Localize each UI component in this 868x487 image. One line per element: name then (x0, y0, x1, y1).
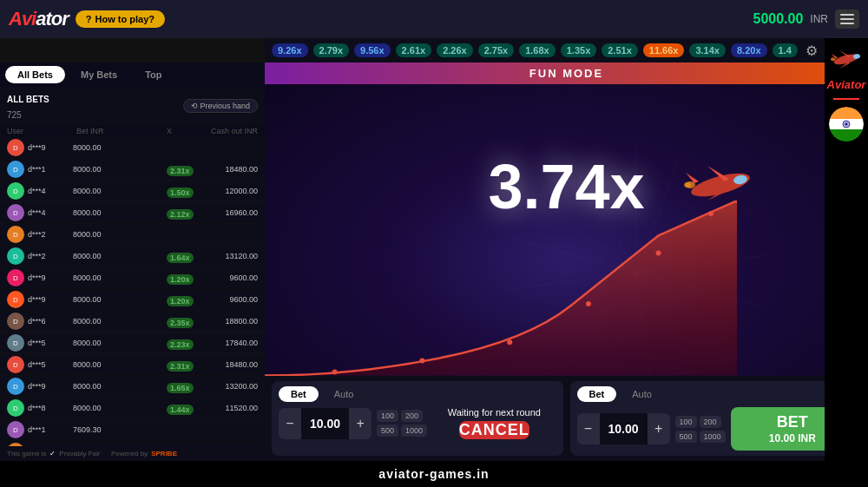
mult-badge[interactable]: 2.26x (437, 43, 473, 57)
table-row: D d***5 8000.00 2.31x 18480.00 (0, 354, 265, 376)
cashout-amount: 18480.00 (201, 360, 258, 369)
right-auto-tab[interactable]: Auto (620, 386, 664, 402)
avatar: D (7, 204, 24, 221)
table-row: D d***2 8000.00 (0, 224, 265, 246)
india-flag-circle (829, 107, 864, 141)
avatar: D (7, 161, 24, 178)
cancel-button[interactable]: CANCEL (459, 421, 529, 439)
left-decrease-button[interactable]: − (279, 408, 301, 439)
tab-top[interactable]: Top (133, 66, 174, 83)
table-row: D d***2 8000.00 1.64x 13120.00 (0, 246, 265, 267)
bet-amount: 8000.00 (73, 230, 167, 239)
all-bets-count: 725 (7, 110, 22, 120)
bet-amount: 8000.00 (73, 208, 167, 217)
svg-point-22 (684, 182, 691, 188)
logo: Aviator (9, 8, 69, 30)
brand-aviator-text: Aviator (827, 78, 866, 91)
footer-text: aviator-games.in (378, 467, 489, 481)
mult-badge[interactable]: 1.4 (773, 43, 798, 57)
cashout-amount: 17840.00 (201, 339, 258, 347)
user-name: d***9 (28, 295, 73, 304)
svg-point-23 (332, 370, 338, 375)
user-name: d***6 (28, 317, 73, 326)
user-name: d***1 (28, 165, 73, 174)
how-to-play-button[interactable]: ? How to play? (76, 10, 165, 28)
tab-my-bets[interactable]: My Bets (69, 66, 129, 83)
svg-point-16 (689, 168, 753, 201)
left-bet-panel: Bet Auto − 10.00 + 100 200 (272, 381, 563, 456)
right-bet-tab[interactable]: Bet (577, 386, 617, 402)
provably-fair: This game is ✓ Provably Fair Powered by … (0, 446, 265, 461)
menu-button[interactable] (835, 10, 859, 29)
all-bets-label: ALL BETS (7, 95, 49, 104)
left-panel: All Bets My Bets Top ALL BETS 725 ⟲ Prev… (0, 63, 265, 461)
avatar: D (7, 269, 24, 286)
svg-point-26 (586, 301, 591, 306)
mult-badge[interactable]: 1.35x (561, 43, 597, 57)
col-header-cashout: Cash out INR (201, 127, 258, 135)
prev-hand-label: Previous hand (200, 102, 250, 110)
left-bet-tab[interactable]: Bet (279, 386, 319, 402)
quick-200-r[interactable]: 200 (700, 416, 721, 428)
balance-currency: INR (810, 13, 828, 25)
table-row: D d***9 8000.00 1.65x 13200.00 (0, 376, 265, 398)
mult-badge[interactable]: 2.51x (602, 43, 638, 57)
mult-badge[interactable]: 3.14x (689, 43, 726, 57)
cashout-amount: 13200.00 (201, 382, 258, 391)
mult-badge[interactable]: 2.75x (478, 43, 515, 57)
powered-by-text: Powered by (111, 450, 148, 457)
quick-500-r[interactable]: 500 (675, 431, 697, 443)
quick-row-2: 500 1000 (675, 431, 726, 443)
left-increase-button[interactable]: + (349, 408, 372, 439)
mult-badge[interactable]: 1.68x (519, 43, 556, 57)
mult-badge[interactable]: 11.66x (643, 43, 685, 57)
table-row: D d***9 8000.00 (0, 137, 265, 159)
how-to-play-label: How to play? (95, 14, 155, 24)
right-increase-button[interactable]: + (648, 413, 670, 444)
multiplier-cell: 1.65x (167, 378, 201, 394)
mult-badge[interactable]: 8.20x (731, 43, 767, 57)
provably-fair-text: This game is (7, 450, 46, 457)
bet-amount: 8000.00 (73, 165, 167, 174)
settings-icon[interactable]: ⚙ (806, 43, 818, 59)
mult-badge[interactable]: 2.79x (313, 43, 350, 57)
avatar: D (7, 291, 24, 308)
mult-badge[interactable]: 9.26x (272, 43, 308, 57)
cashout-amount: 11520.00 (201, 404, 258, 412)
cashout-amount: 9600.00 (201, 273, 258, 282)
all-bets-header: ALL BETS 725 ⟲ Previous hand (0, 87, 265, 125)
bet-amount: 8000.00 (73, 295, 167, 304)
quick-row-1: 100 200 (675, 416, 726, 428)
fun-mode-bar: FUN MODE (265, 63, 868, 84)
prev-hand-button[interactable]: ⟲ Previous hand (183, 99, 258, 113)
quick-100[interactable]: 100 (377, 410, 398, 422)
multiplier-display: 3.74x (488, 151, 644, 222)
quick-1000[interactable]: 1000 (401, 424, 427, 437)
table-row: D d***1 8000.00 2.31x 18480.00 (0, 159, 265, 181)
mult-badge[interactable]: 2.61x (396, 43, 432, 57)
svg-point-24 (419, 359, 424, 364)
mult-badge[interactable]: 9.56x (354, 43, 391, 57)
quick-1000-r[interactable]: 1000 (700, 431, 726, 443)
multiplier-cell: 2.12x (167, 205, 201, 220)
question-icon: ? (86, 14, 92, 24)
right-decrease-button[interactable]: − (577, 413, 600, 444)
quick-500[interactable]: 500 (377, 424, 398, 437)
quick-100-r[interactable]: 100 (675, 416, 697, 428)
left-auto-tab[interactable]: Auto (322, 386, 366, 402)
cashout-amount: 18480.00 (201, 165, 258, 174)
multiplier-cell: 2.31x (167, 357, 201, 372)
table-row: D d***4 8000.00 2.12x 16960.00 (0, 202, 265, 224)
right-bet-tabs: Bet Auto − (577, 386, 855, 402)
svg-rect-37 (829, 107, 864, 119)
quick-200[interactable]: 200 (401, 410, 423, 422)
bet-amount: 8000.00 (73, 339, 167, 347)
spribe-logo: SPRIBE (151, 450, 177, 457)
tab-all-bets[interactable]: All Bets (5, 66, 65, 83)
avatar: D (7, 378, 24, 395)
bet-amount: 8000.00 (73, 273, 167, 282)
user-name: d***2 (28, 252, 73, 260)
user-name: d***5 (28, 339, 73, 347)
bet-amount: 8000.00 (73, 317, 167, 326)
multiplier-cell: 1.50x (167, 183, 201, 199)
